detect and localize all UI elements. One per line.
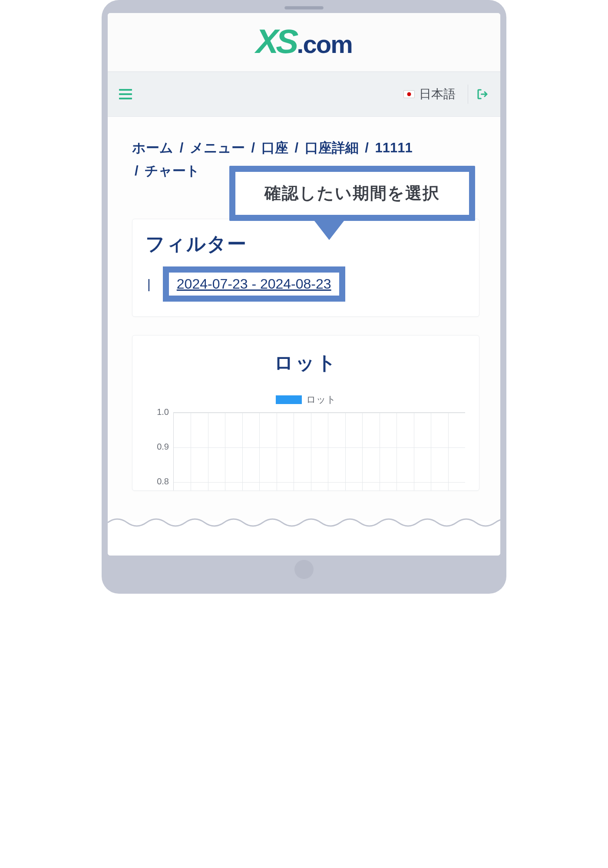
screen: XS .com 日本語 — [108, 13, 500, 556]
device-speaker — [284, 6, 324, 10]
logout-icon[interactable] — [476, 88, 489, 101]
callout-pointer-icon — [314, 221, 344, 240]
filter-row: | 2024-07-23 - 2024-08-23 — [145, 266, 466, 302]
breadcrumb-account-detail[interactable]: 口座詳細 — [305, 140, 359, 155]
hamburger-menu-icon[interactable] — [119, 89, 132, 99]
chart-card: ロット ロット 1.00.90.8 — [132, 335, 479, 491]
nav-divider — [468, 85, 468, 104]
breadcrumb-sep: / — [294, 140, 298, 155]
breadcrumb-sep: / — [180, 140, 184, 155]
breadcrumb-sep: / — [251, 140, 255, 155]
device-home-button — [294, 560, 314, 579]
breadcrumb-sep: / — [135, 163, 139, 178]
tablet-frame: XS .com 日本語 — [102, 0, 506, 594]
breadcrumb-account[interactable]: 口座 — [261, 140, 288, 155]
legend-swatch-icon — [276, 395, 302, 404]
breadcrumb-menu[interactable]: メニュー — [190, 140, 245, 155]
nav-right: 日本語 — [399, 84, 489, 104]
logo-bar: XS .com — [108, 13, 500, 72]
chart-legend[interactable]: ロット — [143, 393, 469, 406]
wavy-cutoff-icon — [108, 514, 500, 531]
callout: 確認したい期間を選択 — [229, 166, 475, 240]
y-tick-label: 0.9 — [148, 442, 169, 452]
date-range-input[interactable]: 2024-07-23 - 2024-08-23 — [177, 276, 331, 292]
flag-jp-icon — [403, 90, 415, 98]
breadcrumb-sep: / — [365, 140, 369, 155]
logo[interactable]: XS .com — [256, 24, 352, 58]
logo-text-com: .com — [297, 32, 352, 57]
breadcrumb-account-id[interactable]: 11111 — [375, 140, 413, 155]
nav-bar: 日本語 — [108, 72, 500, 117]
chart-title: ロット — [143, 350, 469, 376]
date-range-highlight: 2024-07-23 - 2024-08-23 — [163, 266, 345, 302]
callout-text: 確認したい期間を選択 — [235, 172, 469, 215]
logo-text-xs: XS — [256, 24, 296, 58]
y-tick-label: 1.0 — [148, 407, 169, 417]
breadcrumb-home[interactable]: ホーム — [132, 140, 173, 155]
chart-plot-area: 1.00.90.8 — [143, 412, 469, 490]
filter-separator: | — [147, 277, 151, 292]
breadcrumb-current: チャート — [145, 163, 200, 178]
language-label: 日本語 — [419, 86, 456, 102]
language-picker[interactable]: 日本語 — [399, 84, 460, 104]
callout-box: 確認したい期間を選択 — [229, 166, 475, 221]
legend-label: ロット — [306, 393, 336, 406]
y-tick-label: 0.8 — [148, 477, 169, 487]
content: ホーム / メニュー / 口座 / 口座詳細 / 11111 / チャート 確認… — [108, 117, 500, 491]
